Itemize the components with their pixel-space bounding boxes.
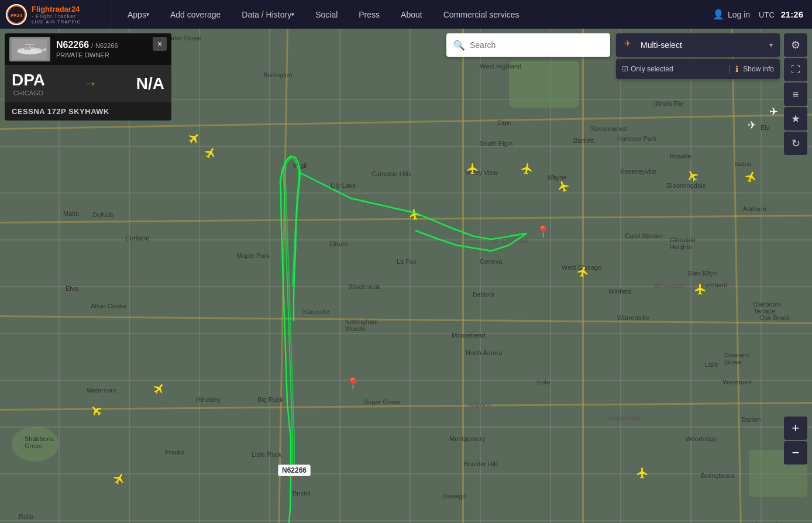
multiselect-icon: ✈ [623,39,636,51]
aircraft-icon[interactable] [694,283,707,299]
settings-icon: ⚙ [791,39,800,51]
multiselect-label: Multi-select [641,40,769,50]
filter-button[interactable]: ≡ [784,82,807,106]
multiselect-button[interactable]: ✈ Multi-select ▾ [616,33,780,57]
flight-registration: / [91,42,93,49]
destination-airport: N/A [136,74,164,93]
route-arrow: → [84,76,97,91]
route-info: DPA CHICAGO → N/A [5,65,171,102]
header: FR24 Flightradar24 - Flight Tracker LIVE… [0,0,812,29]
refresh-icon: ↻ [792,137,800,150]
chevron-down-icon: ▾ [769,41,773,49]
show-info-label[interactable]: Show info [743,65,774,73]
expand-icon: ⛶ [791,64,800,75]
aircraft-icon[interactable] [204,147,217,163]
info-icon: ℹ [735,64,738,74]
refresh-button[interactable]: ↻ [784,132,807,155]
zoom-out-button[interactable]: − [784,441,807,464]
close-button[interactable]: × [153,37,167,51]
aircraft-icon[interactable] [686,170,699,185]
aircraft-icon[interactable] [521,163,534,178]
search-input[interactable] [470,40,603,50]
panel-header: N62266 / N62266 PRIVATE OWNER × [5,33,171,65]
search-icon: 🔍 [453,40,465,51]
aircraft-label: N62266 [278,464,311,476]
logo-area: FR24 Flightradar24 - Flight Tracker LIVE… [0,0,111,29]
user-icon: 👤 [713,9,724,20]
nav-item-data-history[interactable]: Data / History [231,0,305,29]
login-button[interactable]: 👤 Log in [713,9,750,20]
aircraft-icon[interactable] [636,467,649,483]
nav-items: Apps Add coverage Data / History Social … [111,0,704,29]
search-bar: 🔍 [446,33,610,57]
zoom-in-button[interactable]: + [784,417,807,440]
flight-id-area: N62266 / N62266 PRIVATE OWNER [56,40,153,59]
flight-reg-slash: N62266 [95,42,118,49]
aircraft-icon[interactable] [113,473,126,488]
settings-button[interactable]: ⚙ [784,33,807,57]
flight-callsign: N62266 [56,40,89,50]
svg-text:✈: ✈ [624,39,631,48]
location-pin-map: 📍 [346,377,360,391]
live-traffic-label: LIVE AIR TRAFFIC [32,19,81,25]
aircraft-icon[interactable] [466,163,479,178]
zoom-in-icon: + [792,421,800,436]
flight-panel: N62266 / N62266 PRIVATE OWNER × DPA CHIC… [5,33,171,121]
nav-item-add-coverage[interactable]: Add coverage [160,0,231,29]
expand-button[interactable]: ⛶ [784,58,807,81]
flight-owner: PRIVATE OWNER [56,51,153,59]
white-aircraft-icon[interactable]: ✈ [769,105,778,118]
nav-item-about[interactable]: About [390,0,433,29]
nav-item-social[interactable]: Social [305,0,348,29]
nav-item-commercial[interactable]: Commercial services [433,0,530,29]
aircraft-icon[interactable] [153,383,166,398]
plane-thumbnail [9,37,50,61]
filter-icon: ☑ [622,65,628,73]
aircraft-icon[interactable] [188,132,201,148]
favorites-button[interactable]: ★ [784,107,807,130]
right-tools: ⚙ ⛶ ≡ ★ ↻ [784,33,807,155]
zoom-controls: + − [784,417,807,464]
nav-item-apps[interactable]: Apps [117,0,160,29]
aircraft-icon[interactable] [90,404,103,420]
utc-time: UTC 21:26 [759,9,803,19]
origin-airport: DPA CHICAGO [12,71,45,97]
aircraft-icon[interactable] [577,266,590,281]
aircraft-icon[interactable] [557,180,570,196]
nav-item-press[interactable]: Press [348,0,390,29]
nav-right: 👤 Log in UTC 21:26 [704,9,812,20]
logo-text: Flightradar24 - Flight Tracker LIVE AIR … [32,5,81,25]
filter-bar: ☑ Only selected | ℹ Show info [616,59,780,79]
filter-icon: ≡ [793,88,799,101]
only-selected-label[interactable]: Only selected [631,65,724,73]
logo-name: Flightradar24 [32,5,81,13]
aircraft-icon[interactable] [408,208,421,224]
logo-icon: FR24 [6,4,27,25]
aircraft-icon[interactable] [745,171,758,187]
logo-subtitle: - Flight Tracker [32,13,81,19]
svg-text:FR24: FR24 [11,13,22,18]
zoom-out-icon: − [792,445,800,460]
aircraft-type: CESSNA 172P SKYHAWK [5,102,171,121]
white-aircraft-icon[interactable]: ✈ [748,119,756,132]
star-icon: ★ [791,112,800,125]
location-pin-st-charles: 📍 [536,225,550,239]
